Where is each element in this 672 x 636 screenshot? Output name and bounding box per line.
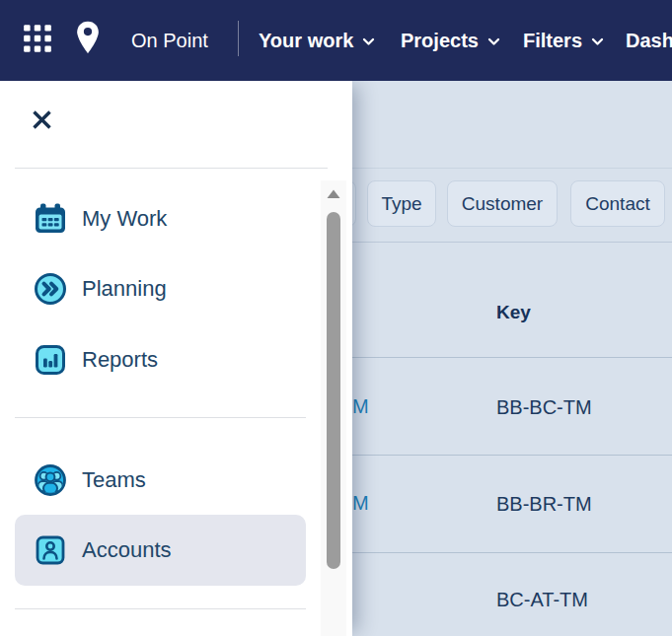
nav-label: Your work [259,30,353,52]
drawer-divider [15,168,328,169]
row-1-key: BB-BC-TM [496,396,592,419]
customer-filter-button[interactable]: Customer [447,180,558,227]
key-column-header: Key [496,302,531,323]
row-2-key: BB-BR-TM [496,493,592,516]
contact-filter-label: Contact [585,193,649,215]
navigation-drawer: My Work Planning Reports [0,81,352,636]
topbar-divider [238,21,239,56]
sidebar-item-reports[interactable]: Reports [15,324,306,395]
person-square-icon [33,532,68,568]
sidebar-item-planning[interactable]: Planning [15,253,306,324]
nav-item-filters[interactable]: Filters [523,0,604,81]
drawer-divider [15,608,306,609]
close-drawer-button[interactable] [26,104,57,135]
top-navigation-bar: On Point Your work Projects Filters Dash [0,0,672,81]
sidebar-item-label: My Work [82,206,167,232]
bar-chart-icon [33,342,68,378]
drawer-divider [15,417,306,418]
sidebar-item-my-work[interactable]: My Work [15,183,306,254]
nav-item-dashboards[interactable]: Dash [626,0,672,81]
app-title[interactable]: On Point [131,0,208,81]
app-window: Type Customer Contact Key M BB-BC-TM M B… [0,0,672,636]
scroll-up-arrow-icon[interactable] [327,189,340,199]
nav-item-your-work[interactable]: Your work [259,0,375,81]
type-filter-button[interactable]: Type [367,180,436,227]
chevron-down-icon [591,37,604,46]
close-icon [29,106,55,133]
contact-filter-button[interactable]: Contact [570,180,665,227]
drawer-scrollbar-thumb[interactable] [327,212,340,569]
sidebar-item-accounts[interactable]: Accounts [15,515,306,586]
nav-label: Filters [523,30,582,52]
chevron-down-icon [362,37,375,46]
people-circle-icon [33,462,68,498]
calendar-icon [33,201,68,237]
sidebar-item-teams[interactable]: Teams [15,445,306,516]
row-3-key: BC-AT-TM [496,589,588,611]
row-1-link-fragment[interactable]: M [352,395,369,418]
location-pin-logo-icon[interactable] [75,20,101,55]
chevron-down-icon [487,37,500,46]
nav-label: Dash [626,30,672,52]
customer-filter-label: Customer [462,193,543,215]
sidebar-item-label: Planning [82,276,167,302]
double-chevron-circle-icon [33,271,68,307]
sidebar-item-label: Teams [82,467,146,493]
app-switcher-grid-icon[interactable] [23,24,52,53]
app-title-text: On Point [131,30,208,52]
nav-item-projects[interactable]: Projects [401,0,500,81]
sidebar-item-label: Reports [82,347,158,373]
row-2-link-fragment[interactable]: M [352,492,369,515]
nav-label: Projects [401,30,479,52]
type-filter-label: Type [381,193,421,215]
sidebar-item-label: Accounts [82,537,172,563]
